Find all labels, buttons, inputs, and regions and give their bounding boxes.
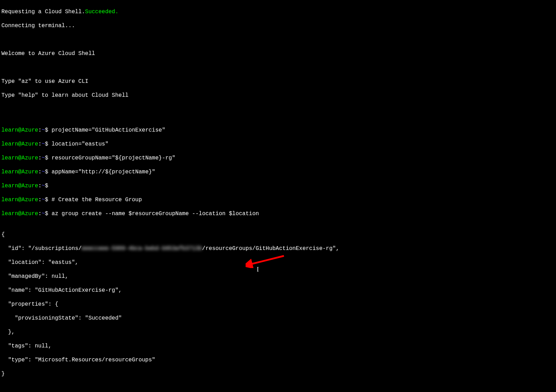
json-output: { [1,231,555,238]
output-line: Type "az" to use Azure CLI [1,78,555,85]
json-output: } [1,370,555,377]
json-output: "id": "/subscriptions/eeecceee-5989-4bca… [1,245,555,252]
prompt-line: learn@Azure:~$ resourceGroupName="${proj… [1,155,555,162]
json-output: "properties": { [1,301,555,308]
prompt-line: learn@Azure:~$ # Create the Resource Gro… [1,196,555,203]
output-line: Requesting a Cloud Shell.Succeeded. [1,8,555,15]
blank-line [1,106,555,113]
prompt-line: learn@Azure:~$ appName="http://${project… [1,168,555,175]
json-output: "name": "GitHubActionExercise-rg", [1,287,555,294]
prompt-line: learn@Azure:~$ location="eastus" [1,141,555,148]
output-line: Welcome to Azure Cloud Shell [1,50,555,57]
output-line: Type "help" to learn about Cloud Shell [1,92,555,99]
text-cursor-icon: I [257,266,259,274]
blank-line [1,36,555,43]
json-output: }, [1,329,555,336]
json-output: "tags": null, [1,343,555,350]
json-output: "provisioningState": "Succeeded" [1,315,555,322]
json-output: "type": "Microsoft.Resources/resourceGro… [1,356,555,363]
json-output: "managedBy": null, [1,273,555,280]
prompt-line: learn@Azure:~$ projectName="GitHubAction… [1,127,555,134]
json-output: "location": "eastus", [1,259,555,266]
prompt-line: learn@Azure:~$ [1,182,555,189]
output-line: Connecting terminal... [1,22,555,29]
terminal[interactable]: Requesting a Cloud Shell.Succeeded. Conn… [0,0,556,392]
prompt-line: learn@Azure:~$ az group create --name $r… [1,210,555,217]
blank-line [1,64,555,71]
